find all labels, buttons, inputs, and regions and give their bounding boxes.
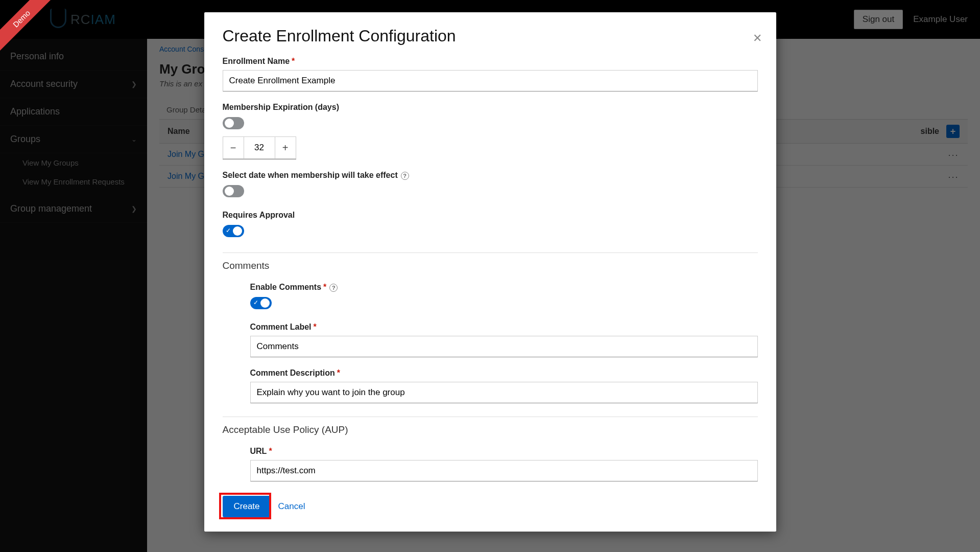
enable-comments-label: Enable Comments*?	[250, 283, 758, 292]
membership-stepper: − +	[223, 136, 296, 159]
stepper-minus-button[interactable]: −	[223, 136, 244, 159]
comment-label-label: Comment Label*	[250, 323, 758, 332]
create-button[interactable]: Create	[223, 496, 271, 517]
close-icon[interactable]: ✕	[753, 32, 762, 45]
effect-date-toggle[interactable]	[223, 185, 244, 197]
aup-section-title: Acceptable Use Policy (AUP)	[223, 424, 758, 435]
help-icon[interactable]: ?	[329, 284, 338, 292]
url-input[interactable]	[250, 460, 758, 481]
effect-date-label: Select date when membership will take ef…	[223, 171, 758, 180]
requires-approval-label: Requires Approval	[223, 211, 758, 220]
enable-comments-toggle[interactable]: ✓	[250, 297, 272, 309]
modal: Create Enrollment Configuration ✕ Enroll…	[204, 12, 776, 532]
comment-desc-label: Comment Description*	[250, 369, 758, 378]
comments-section-title: Comments	[223, 260, 758, 271]
comment-desc-input[interactable]	[250, 382, 758, 403]
enrollment-name-label: Enrollment Name*	[223, 57, 758, 66]
url-label: URL*	[250, 447, 758, 456]
requires-approval-toggle[interactable]: ✓	[223, 225, 244, 237]
help-icon[interactable]: ?	[401, 172, 409, 180]
membership-exp-toggle[interactable]: ✓	[223, 117, 244, 129]
modal-title: Create Enrollment Configuration	[223, 27, 758, 45]
stepper-plus-button[interactable]: +	[275, 136, 296, 159]
enrollment-name-input[interactable]	[223, 70, 758, 91]
comment-label-input[interactable]	[250, 336, 758, 357]
membership-exp-label: Membership Expiration (days)	[223, 103, 758, 112]
cancel-button[interactable]: Cancel	[278, 501, 305, 512]
stepper-input[interactable]	[244, 136, 275, 159]
